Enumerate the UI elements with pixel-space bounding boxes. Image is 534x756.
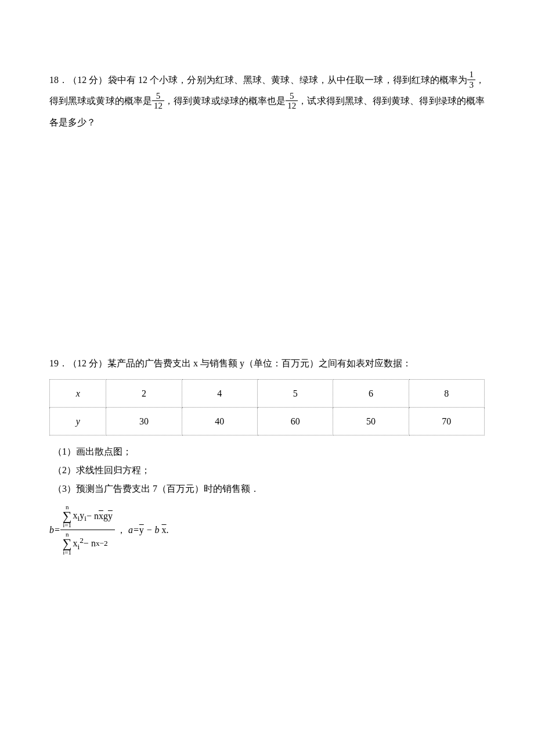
- table-row: x 2 4 5 6 8: [50, 380, 485, 408]
- regression-formula: b= n ∑ i=1 xiyi − n x g y n ∑ i=1 xi2: [49, 504, 485, 556]
- table-cell: 70: [409, 408, 484, 435]
- x-bar: x: [99, 512, 103, 521]
- y-bar: y: [108, 512, 113, 521]
- table-cell: 6: [333, 380, 409, 408]
- problem-18: 18．（12 分）袋中有 12 个小球，分别为红球、黑球、黄球、绿球，从中任取一…: [49, 70, 485, 132]
- frac-num: 5: [286, 91, 298, 102]
- numerator: n ∑ i=1 xiyi − n x g y: [60, 504, 115, 528]
- table-cell: 5: [258, 380, 333, 408]
- table-header-y: y: [50, 408, 106, 435]
- fraction-1-3: 13: [467, 70, 475, 89]
- sub-x: x: [96, 539, 100, 547]
- sigma-symbol: ∑: [63, 538, 72, 549]
- p18-text-1: 18．（12 分）袋中有 12 个小球，分别为红球、黑球、黄球、绿球，从中任取一…: [49, 75, 467, 85]
- problem-19-intro: 19．（12 分）某产品的广告费支出 x 与销售额 y（单位：百万元）之间有如表…: [49, 353, 485, 373]
- table-cell: 8: [409, 380, 484, 408]
- denominator: n ∑ i=1 xi2 − nx −2: [60, 531, 115, 556]
- b-equals: b=: [49, 520, 60, 540]
- fraction-5-12-b: 512: [286, 91, 298, 111]
- y: y: [80, 510, 84, 520]
- table-cell: 40: [182, 408, 257, 435]
- subpart-2: （2）求线性回归方程；: [53, 461, 485, 480]
- sigma-icon: n ∑ i=1: [63, 504, 72, 528]
- big-fraction: n ∑ i=1 xiyi − n x g y n ∑ i=1 xi2 − nx …: [60, 504, 115, 556]
- table-row: y 30 40 60 50 70: [50, 408, 485, 435]
- sigma-bot: i=1: [63, 522, 72, 528]
- y-bar: y: [139, 520, 144, 540]
- minus-n: − n: [86, 512, 99, 521]
- p18-text-3: ，得到黄球或绿球的概率也是: [164, 96, 286, 106]
- a-equals: a=: [128, 525, 139, 535]
- table-cell: 4: [182, 380, 257, 408]
- sigma-symbol: ∑: [63, 510, 72, 522]
- sq: 2: [80, 536, 84, 545]
- sigma-bot: i=1: [63, 549, 72, 556]
- data-table: x 2 4 5 6 8 y 30 40 60 50 70: [49, 379, 485, 435]
- fraction-5-12-a: 512: [152, 91, 164, 111]
- fraction-bar: [60, 530, 115, 530]
- frac-num: 1: [467, 70, 475, 80]
- table-cell: 2: [106, 380, 182, 408]
- table-cell: 60: [258, 408, 333, 435]
- frac-den: 12: [286, 101, 298, 111]
- g-text: g: [103, 512, 108, 521]
- table-header-x: x: [50, 380, 106, 408]
- table-cell: 30: [106, 408, 182, 435]
- comma: ，: [117, 525, 126, 535]
- x-bar: x: [162, 520, 167, 540]
- subpart-3: （3）预测当广告费支出 7（百万元）时的销售额．: [53, 480, 485, 498]
- num-term: xiyi: [73, 511, 86, 523]
- den-term: xi2: [73, 537, 83, 550]
- blank-workspace: [49, 138, 485, 353]
- period: .: [167, 525, 169, 535]
- table-cell: 50: [333, 408, 409, 435]
- frac-den: 12: [152, 101, 164, 111]
- sigma-icon: n ∑ i=1: [63, 531, 72, 556]
- minus-n: − n: [84, 539, 96, 548]
- subpart-1: （1）画出散点图；: [53, 442, 485, 461]
- frac-den: 3: [467, 80, 475, 90]
- neg-2: −2: [100, 539, 108, 547]
- formula-rest: ， a=y − b x.: [117, 520, 169, 540]
- frac-num: 5: [152, 91, 164, 102]
- minus-b: − b: [144, 525, 162, 535]
